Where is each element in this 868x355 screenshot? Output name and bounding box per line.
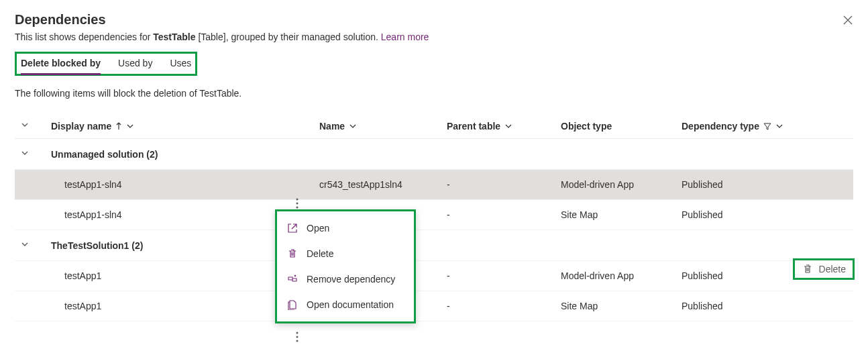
svg-point-1 <box>296 203 299 205</box>
menu-remove-dep-label: Remove dependency <box>307 274 395 285</box>
group-row[interactable]: TheTestSolution1 (2) <box>15 230 853 261</box>
menu-open[interactable]: Open <box>280 215 411 241</box>
row-more-button[interactable] <box>290 329 305 344</box>
cell-parent: - <box>441 200 555 230</box>
subtitle-suffix: [Table], grouped by their managed soluti… <box>196 32 381 42</box>
cell-object: Site Map <box>555 200 676 230</box>
cell-parent: - <box>441 170 555 200</box>
trash-icon <box>286 248 299 260</box>
cell-parent: - <box>441 291 555 321</box>
col-dependency-type[interactable]: Dependency type <box>682 121 783 132</box>
cell-display: testApp1-sln4 <box>51 179 122 190</box>
learn-more-link[interactable]: Learn more <box>381 32 429 42</box>
table-row[interactable]: testApp1 testApp1 - Site Map Published <box>15 291 853 321</box>
svg-point-3 <box>296 332 299 334</box>
chevron-down-icon <box>349 122 357 130</box>
row-more-button[interactable] <box>290 196 305 211</box>
col-display-name-label: Display name <box>51 121 111 132</box>
svg-point-4 <box>296 336 299 338</box>
group-delete-label: Delete <box>819 264 846 274</box>
chevron-down-icon <box>775 122 783 130</box>
subtitle: This list shows dependencies for TestTab… <box>15 32 853 42</box>
tab-used-by[interactable]: Used by <box>118 55 152 74</box>
trash-icon <box>802 263 814 275</box>
menu-open-documentation[interactable]: Open documentation <box>280 292 411 317</box>
svg-point-0 <box>296 199 299 201</box>
cell-display: testApp1-sln4 <box>51 209 122 220</box>
cell-dep: Published <box>676 200 853 230</box>
row-context-menu: Open Delete Remove dependency Open docum… <box>275 209 416 323</box>
subtitle-prefix: This list shows dependencies for <box>15 32 153 42</box>
table-row[interactable]: testApp1 - Model-driven App Published <box>15 261 853 291</box>
sort-asc-icon <box>115 122 122 130</box>
document-icon <box>286 299 299 311</box>
cell-parent: - <box>441 261 555 291</box>
expand-all-toggle[interactable] <box>20 120 34 130</box>
menu-open-doc-label: Open documentation <box>307 299 394 310</box>
group-row[interactable]: Unmanaged solution (2) <box>15 139 853 170</box>
menu-delete[interactable]: Delete <box>280 241 411 266</box>
tab-delete-blocked-by[interactable]: Delete blocked by <box>21 55 101 74</box>
col-object-label: Object type <box>561 121 612 132</box>
group-toggle[interactable] <box>20 148 34 158</box>
cell-object: Model-driven App <box>555 170 676 200</box>
group-delete-button[interactable]: Delete <box>793 258 855 280</box>
col-parent-label: Parent table <box>447 121 500 132</box>
col-name-label: Name <box>319 121 345 132</box>
cell-display: testApp1 <box>51 301 101 311</box>
svg-point-5 <box>296 340 299 342</box>
cell-name: cr543_testApp1sln4 <box>314 170 441 200</box>
cell-display: testApp1 <box>51 270 101 281</box>
unlink-icon <box>286 273 299 285</box>
col-name[interactable]: Name <box>319 121 357 132</box>
col-dep-label: Dependency type <box>682 121 759 132</box>
group-toggle[interactable] <box>20 240 34 249</box>
cell-object: Site Map <box>555 291 676 321</box>
col-display-name[interactable]: Display name <box>51 121 134 132</box>
chevron-down-icon <box>126 122 134 130</box>
col-object-type[interactable]: Object type <box>561 121 612 132</box>
table-row[interactable]: testApp1-sln4 cr543_testApp1sln4 - Model… <box>15 170 853 200</box>
cell-dep: Published <box>676 170 853 200</box>
tab-uses[interactable]: Uses <box>170 55 191 74</box>
close-button[interactable] <box>841 13 855 27</box>
table-row[interactable]: testApp1-sln4 - Site Map Published <box>15 200 853 230</box>
filter-icon <box>763 122 771 130</box>
col-parent-table[interactable]: Parent table <box>447 121 512 132</box>
open-icon <box>286 222 299 234</box>
group-label: TheTestSolution1 (2) <box>46 230 853 261</box>
menu-remove-dependency[interactable]: Remove dependency <box>280 266 411 292</box>
cell-dep: Published <box>676 291 853 321</box>
subtitle-entity: TestTable <box>153 32 195 42</box>
menu-open-label: Open <box>307 223 329 234</box>
dependencies-table: Display name Name Parent table <box>15 113 853 321</box>
tab-description: The following items will block the delet… <box>15 88 853 99</box>
cell-object: Model-driven App <box>555 261 676 291</box>
group-label: Unmanaged solution (2) <box>46 139 853 170</box>
tabs: Delete blocked by Used by Uses <box>21 55 191 74</box>
svg-point-2 <box>296 207 299 209</box>
menu-delete-label: Delete <box>307 248 333 259</box>
page-title: Dependencies <box>15 12 853 28</box>
tabs-highlight: Delete blocked by Used by Uses <box>15 52 197 76</box>
chevron-down-icon <box>504 122 512 130</box>
